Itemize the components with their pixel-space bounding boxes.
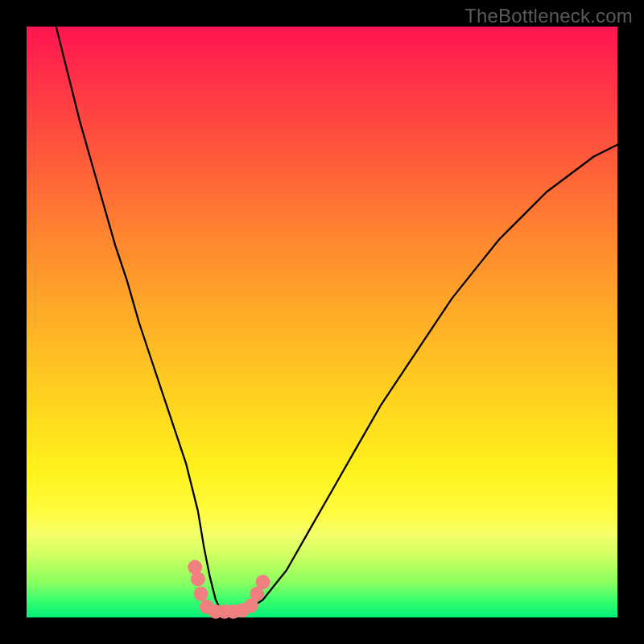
bottleneck-curve-svg — [27, 27, 617, 617]
svg-point-2 — [194, 587, 208, 601]
svg-point-10 — [256, 575, 270, 589]
svg-point-1 — [191, 572, 205, 586]
curve-line — [56, 27, 617, 617]
chart-frame: TheBottleneck.com — [0, 0, 644, 644]
plot-area — [27, 27, 617, 617]
marker-dots — [188, 560, 270, 619]
watermark-text: TheBottleneck.com — [464, 5, 633, 27]
